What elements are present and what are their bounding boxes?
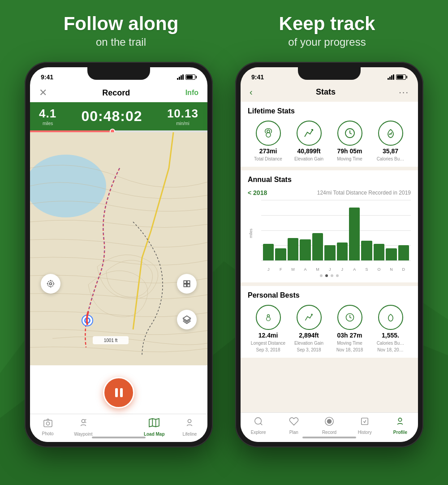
time-stat: 00:48:02 [81,108,142,125]
pb-time-circle [337,305,362,330]
personal-bests-section: Personal Bests 12.4mi Longest Distance S… [241,286,418,358]
svg-point-30 [399,418,402,421]
location-fab[interactable] [41,274,60,294]
tab-explore[interactable]: Explore [241,416,276,435]
personal-bests-title: Personal Bests [248,291,411,299]
svg-point-23 [266,317,270,321]
pause-icon [114,388,123,397]
annual-year[interactable]: < 2018 [248,189,267,196]
chart-dot-2[interactable] [325,274,328,277]
tab-history[interactable]: History [347,416,383,435]
svg-point-24 [267,315,269,317]
tab-history-label: History [358,430,372,435]
phone-record: 9:41 ✕ Record [25,62,213,447]
pb-time-sub: Nov 18, 2018 [336,347,363,352]
svg-text:1001 ft: 1001 ft [104,338,118,343]
tab-waypoint-label: Waypoint [74,432,92,437]
svg-point-2 [30,155,106,217]
month-label-M: M [312,267,323,272]
map-area[interactable]: 1001 ft [30,132,207,365]
calories-circle [378,121,403,146]
pb-calories-circle [378,305,403,330]
status-time-right: 9:41 [251,74,264,81]
lifetime-calories: 35,87 Calories Bu… [373,121,409,161]
pb-distance-sub: Sep 3, 2018 [256,347,280,352]
back-button[interactable]: ‹ [250,87,253,97]
bar-J [324,200,335,260]
signal-icon-right [388,74,394,80]
bar-chart: 40 30 20 10 JFMAMJJASOND m [248,200,411,272]
chart-dots [248,274,411,277]
bar-fill-M [288,238,298,261]
tab-load-map-label: Load Map [144,432,165,437]
bar-fill-J [337,242,348,261]
month-label-J: J [324,267,335,272]
month-label-J: J [337,267,348,272]
info-button[interactable]: Info [185,89,198,97]
month-label-N: N [386,267,396,272]
bar-M [312,200,323,260]
right-header: Keep track of your progress [234,13,420,48]
lifetime-stats-row: 273mi Total Distance 40,899ft Elevation … [248,121,411,161]
tab-photo[interactable]: Photo [30,418,65,436]
home-indicator-right [302,437,356,438]
svg-rect-13 [187,284,190,287]
lifetime-time: 79h 05m Moving Time [332,121,368,161]
tab-waypoint[interactable]: Waypoint [65,418,101,437]
status-icons-right [388,74,407,80]
status-time-left: 9:41 [41,74,53,81]
tab-lifeline[interactable]: Lifeline [172,418,207,437]
svg-marker-18 [149,419,159,427]
svg-point-20 [266,133,271,137]
pace-label: min/mi [167,121,198,126]
notch-right [298,67,361,80]
tab-profile[interactable]: Profile [383,416,418,435]
lifetime-time-value: 79h 05m [337,147,362,155]
tab-load-map[interactable]: Load Map [137,418,172,437]
bar-fill-M [312,233,323,260]
lifetime-distance-value: 273mi [259,147,277,155]
more-button[interactable]: ··· [399,87,409,97]
tab-photo-label: Photo [42,431,54,436]
pb-elevation-value: 2,894ft [299,332,319,339]
pb-elevation-sub: Sep 3, 2018 [297,347,321,352]
bar-fill-A [300,239,310,260]
record-icon [324,416,334,429]
header-section: Follow along on the trail Keep track of … [0,0,448,57]
svg-point-19 [188,420,191,423]
chart-dot-4[interactable] [336,274,339,277]
pb-elevation: 2,894ft Elevation Gain Sep 3, 2018 [291,305,327,352]
bar-O [374,200,384,260]
stats-nav: ‹ Stats ··· [241,85,418,102]
phone-stats: 9:41 ‹ Stats · [235,62,423,447]
lifetime-elevation-label: Elevation Gain [294,156,323,161]
tab-lifeline-label: Lifeline [183,432,197,437]
month-label-A: A [349,267,360,272]
month-label-S: S [361,267,372,272]
pb-calories-label: Calories Bu… [377,341,405,346]
lifeline-icon [185,418,194,430]
svg-rect-15 [44,420,52,427]
right-header-sub: of your progress [234,36,420,48]
pb-distance-circle [256,305,281,330]
chart-dot-3[interactable] [331,274,333,277]
close-icon[interactable]: ✕ [39,87,47,99]
load-map-icon [148,418,160,430]
bar-fill-J [263,244,274,260]
pb-time: 03h 27m Moving Time Nov 18, 2018 [332,305,368,352]
month-label-O: O [374,267,384,272]
chart-dot-1[interactable] [320,274,323,277]
month-label-J: J [263,267,274,272]
tab-record[interactable]: Record [311,416,347,435]
bar-F [275,200,286,260]
pause-button[interactable] [103,377,134,408]
battery-icon-right [396,74,407,80]
waypoint-fab[interactable] [177,274,197,294]
svg-rect-12 [184,284,186,287]
tab-plan[interactable]: Plan [276,416,311,435]
layers-fab[interactable] [177,310,197,329]
profile-icon [395,416,405,429]
svg-point-8 [50,283,52,285]
explore-icon [254,416,263,429]
waypoint-icon [78,418,88,430]
